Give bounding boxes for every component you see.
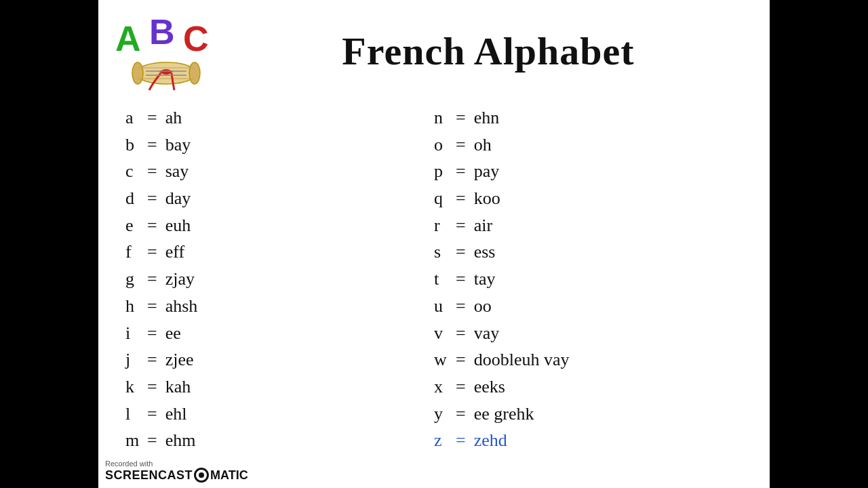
alpha-letter: f	[125, 239, 139, 265]
alpha-letter: k	[125, 374, 139, 400]
alpha-eq: =	[456, 321, 466, 346]
alpha-eq: =	[147, 105, 157, 131]
table-row: i=ee	[125, 321, 434, 346]
alpha-eq: =	[456, 132, 466, 158]
alpha-pronunciation: bay	[165, 132, 191, 158]
title-area: French Alphabet	[220, 28, 756, 74]
alpha-pronunciation: oo	[474, 293, 492, 319]
alpha-eq: =	[456, 159, 466, 184]
right-column: n=ehno=ohp=payq=koor=airs=esst=tayu=oov=…	[434, 105, 743, 481]
alpha-pronunciation: ah	[165, 105, 182, 131]
alpha-letter: j	[125, 347, 139, 373]
alpha-pronunciation: vay	[474, 321, 500, 346]
alpha-eq: =	[456, 266, 466, 292]
alpha-letter: u	[434, 293, 448, 319]
alpha-letter: s	[434, 239, 448, 265]
table-row: k=kah	[125, 374, 434, 400]
alpha-pronunciation: ehm	[165, 428, 196, 453]
alpha-letter: l	[125, 401, 139, 427]
alpha-pronunciation: pay	[474, 159, 500, 184]
alpha-eq: =	[147, 374, 157, 400]
alpha-pronunciation: koo	[474, 186, 500, 211]
alpha-letter: x	[434, 374, 448, 400]
screencast-circle-icon	[194, 468, 209, 483]
alpha-eq: =	[147, 347, 157, 373]
alpha-letter: q	[434, 186, 448, 211]
alpha-letter: e	[125, 213, 139, 239]
table-row: r=air	[434, 213, 743, 239]
alpha-eq: =	[456, 105, 466, 131]
alpha-letter: r	[434, 213, 448, 239]
alpha-eq: =	[147, 132, 157, 158]
alpha-letter: z	[434, 428, 448, 453]
screencast-brand: SCREENCAST	[105, 468, 193, 483]
table-row: z=zehd	[434, 428, 743, 453]
alpha-eq: =	[147, 159, 157, 184]
alpha-eq: =	[456, 374, 466, 400]
table-row: n=ehn	[434, 105, 743, 131]
alpha-eq: =	[456, 293, 466, 319]
table-row: h=ahsh	[125, 293, 434, 319]
alpha-letter: g	[125, 266, 139, 292]
table-row: q=koo	[434, 186, 743, 211]
table-row: c=say	[125, 159, 434, 184]
alpha-eq: =	[147, 213, 157, 239]
alpha-pronunciation: day	[165, 186, 191, 211]
screencast-logo: SCREENCAST MATIC	[105, 468, 248, 483]
table-row: j=zjee	[125, 347, 434, 373]
alpha-pronunciation: doobleuh vay	[474, 347, 570, 373]
screencast-circle-inner	[199, 472, 204, 478]
alpha-pronunciation: zehd	[474, 428, 507, 453]
alpha-letter: a	[125, 105, 139, 131]
alpha-eq: =	[147, 401, 157, 427]
alpha-letter: d	[125, 186, 139, 211]
table-row: a=ah	[125, 105, 434, 131]
alpha-letter: m	[125, 428, 139, 453]
recorded-with-label: Recorded with	[105, 460, 248, 468]
alpha-eq: =	[456, 347, 466, 373]
table-row: d=day	[125, 186, 434, 211]
table-row: l=ehl	[125, 401, 434, 427]
alpha-eq: =	[456, 239, 466, 265]
alpha-eq: =	[456, 428, 466, 453]
table-row: u=oo	[434, 293, 743, 319]
alpha-pronunciation: zjee	[165, 347, 194, 373]
alpha-pronunciation: ee	[165, 321, 181, 346]
alpha-pronunciation: kah	[165, 374, 191, 400]
table-row: f=eff	[125, 239, 434, 265]
alpha-eq: =	[456, 186, 466, 211]
alpha-pronunciation: say	[165, 159, 189, 184]
alpha-eq: =	[147, 293, 157, 319]
alpha-letter: w	[434, 347, 448, 373]
alpha-eq: =	[456, 401, 466, 427]
svg-point-4	[132, 62, 143, 84]
alpha-eq: =	[147, 428, 157, 453]
alpha-pronunciation: tay	[474, 266, 496, 292]
table-row: s=ess	[434, 239, 743, 265]
table-row: e=euh	[125, 213, 434, 239]
alpha-eq: =	[147, 266, 157, 292]
alpha-pronunciation: eeks	[474, 374, 505, 400]
page-title: French Alphabet	[220, 28, 756, 74]
footer: Recorded with SCREENCAST MATIC	[105, 460, 248, 483]
abc-logo: A B C	[112, 7, 220, 95]
alpha-eq: =	[456, 213, 466, 239]
alpha-letter: p	[434, 159, 448, 184]
alpha-pronunciation: ee grehk	[474, 401, 534, 427]
svg-point-5	[189, 62, 200, 84]
svg-text:B: B	[149, 12, 175, 52]
table-row: b=bay	[125, 132, 434, 158]
alpha-pronunciation: ess	[474, 239, 496, 265]
table-row: t=tay	[434, 266, 743, 292]
svg-text:C: C	[183, 19, 209, 58]
alpha-letter: c	[125, 159, 139, 184]
alpha-letter: y	[434, 401, 448, 427]
left-column: a=ahb=bayc=sayd=daye=euhf=effg=zjayh=ahs…	[125, 105, 434, 481]
alpha-eq: =	[147, 239, 157, 265]
alpha-eq: =	[147, 321, 157, 346]
alpha-pronunciation: oh	[474, 132, 492, 158]
alpha-pronunciation: eff	[165, 239, 184, 265]
svg-text:A: A	[115, 19, 141, 58]
alpha-letter: v	[434, 321, 448, 346]
table-row: w=doobleuh vay	[434, 347, 743, 373]
